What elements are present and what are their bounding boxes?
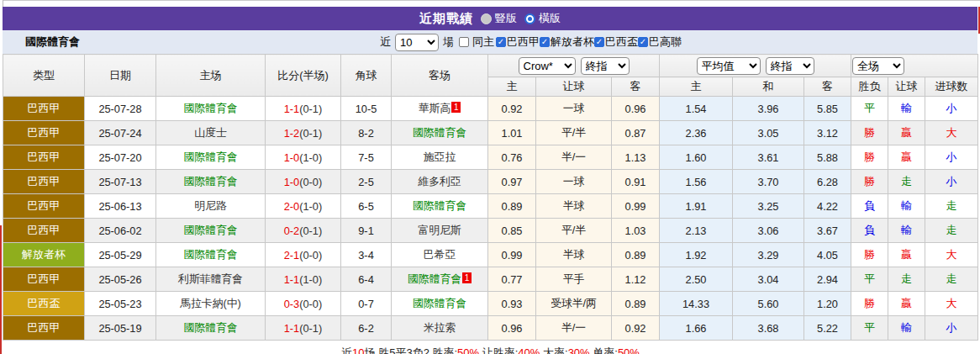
home-team-name[interactable]: 國際體育會 xyxy=(184,248,238,261)
home-team-name[interactable]: 馬拉卡納(中) xyxy=(180,297,241,309)
away-team-cell: 巴希亞 xyxy=(392,243,488,267)
handicap-cell: 一球 xyxy=(536,170,612,194)
result-text: 走 xyxy=(946,224,957,236)
bookmaker-select[interactable]: Crow* xyxy=(519,57,576,75)
avg-away-cell: 3.67 xyxy=(804,219,851,243)
radio-selected-icon[interactable] xyxy=(524,13,535,24)
header-avg-draw: 和 xyxy=(733,77,804,97)
league-type-cell: 巴西甲 xyxy=(3,194,85,219)
away-team-name[interactable]: 維多利亞 xyxy=(418,175,461,188)
home-team-cell: 國際體育會 xyxy=(156,243,266,267)
goals-result-cell: 大 xyxy=(925,292,978,316)
date-cell: 25-05-23 xyxy=(85,292,156,316)
match-row: 解放者杯25-05-29國際體育會2-1(0-0)3-4巴希亞0.99半球0.8… xyxy=(3,243,978,267)
league-label: 巴西甲 xyxy=(507,34,540,50)
result-text: 贏 xyxy=(901,151,912,163)
match-row: 巴西甲25-05-19國際體育會1-1(0-1)6-2米拉索0.96半/一0.9… xyxy=(3,316,978,341)
header-score: 比分(半场) xyxy=(266,55,341,97)
league-label: 巴高聯 xyxy=(649,34,682,50)
result-cell: 勝 xyxy=(851,243,888,267)
odds-away-cell: 0.87 xyxy=(612,121,660,145)
away-team-cell: 國際體育會 xyxy=(392,292,488,316)
league-checkbox[interactable]: ✓ xyxy=(540,37,550,47)
avg-period-select[interactable]: 終指 xyxy=(766,57,814,75)
avg-away-cell: 1.20 xyxy=(804,292,851,316)
away-team-name[interactable]: 富明尼斯 xyxy=(418,224,461,236)
home-team-name[interactable]: 明尼路 xyxy=(194,199,226,212)
layout-radio-vertical[interactable]: 豎版 xyxy=(481,11,517,26)
home-team-name[interactable]: 國際體育會 xyxy=(184,175,238,188)
scope-select[interactable]: 全场 xyxy=(852,57,904,75)
summary-segment: 大率: xyxy=(540,346,567,354)
handicap-cell: 半球 xyxy=(536,243,612,267)
league-filter[interactable]: ✓巴西盃 xyxy=(594,34,638,50)
full-time-score: 1-1 xyxy=(284,103,300,115)
corner-cell: 10-5 xyxy=(341,97,392,121)
handicap-cell: 平手 xyxy=(536,267,612,292)
radio-vertical-label: 豎版 xyxy=(495,11,517,26)
layout-radio-horizontal[interactable]: 橫版 xyxy=(524,11,561,26)
away-team-name[interactable]: 米拉索 xyxy=(424,321,456,334)
away-team-name[interactable]: 國際體育會 xyxy=(413,199,466,212)
handicap-result-cell: 輸 xyxy=(888,219,925,243)
league-checkbox[interactable]: ✓ xyxy=(496,37,506,47)
same-home-filter[interactable]: 同主 xyxy=(459,34,494,50)
away-team-name[interactable]: 國際體育會 xyxy=(413,126,466,139)
away-team-name[interactable]: 國際體育會 xyxy=(413,297,466,309)
odds-away-cell: 0.99 xyxy=(612,194,660,219)
avg-draw-cell: 3.68 xyxy=(733,316,804,341)
corner-cell: 3-4 xyxy=(341,243,392,267)
away-team-name[interactable]: 國際體育會 xyxy=(408,272,461,285)
date-cell: 25-07-13 xyxy=(85,170,156,194)
radio-unselected-icon[interactable] xyxy=(481,13,492,24)
home-team-cell: 國際體育會 xyxy=(156,145,266,170)
odds-period-select[interactable]: 終指 xyxy=(581,57,630,75)
avg-home-cell: 1.91 xyxy=(660,194,733,219)
half-time-score: (1-0) xyxy=(299,151,322,164)
home-team-cell: 明尼路 xyxy=(156,194,266,219)
summary-segment: 40% xyxy=(518,346,540,354)
home-team-cell: 山度士 xyxy=(156,121,266,145)
header-goals-result: 进球数 xyxy=(925,77,978,97)
avg-draw-cell: 3.61 xyxy=(733,145,804,170)
avg-home-cell: 14.33 xyxy=(660,292,733,316)
avg-draw-cell: 3.05 xyxy=(733,121,804,145)
score-cell: 0-3(0-0) xyxy=(266,292,341,316)
result-text: 勝 xyxy=(864,175,875,188)
home-team-name[interactable]: 利斯菲體育會 xyxy=(178,272,243,285)
home-team-name[interactable]: 國際體育會 xyxy=(184,102,238,114)
league-filter[interactable]: ✓解放者杯 xyxy=(540,34,594,50)
avg-home-cell: 2.50 xyxy=(660,267,733,292)
result-cell: 勝 xyxy=(851,145,888,170)
home-team-name[interactable]: 國際體育會 xyxy=(184,224,238,236)
result-text: 小 xyxy=(946,175,957,188)
result-text: 大 xyxy=(946,297,957,309)
match-row: 巴西甲25-07-20國際體育會1-0(1-0)7-5施亞拉0.76半/一1.1… xyxy=(3,145,978,170)
away-team-name[interactable]: 華斯高 xyxy=(419,102,450,114)
header-corner: 角球 xyxy=(341,55,392,97)
avg-home-cell: 1.60 xyxy=(660,145,733,170)
full-time-score: 1-0 xyxy=(284,151,300,164)
home-team-name[interactable]: 國際體育會 xyxy=(184,151,238,163)
league-filter[interactable]: ✓巴高聯 xyxy=(638,34,682,50)
avg-source-select[interactable]: 平均值 xyxy=(697,57,761,75)
match-count-select[interactable]: 10 xyxy=(395,34,439,51)
same-home-checkbox[interactable] xyxy=(459,37,469,47)
date-cell: 25-07-28 xyxy=(85,97,156,121)
home-team-name[interactable]: 國際體育會 xyxy=(184,321,238,334)
league-checkbox[interactable]: ✓ xyxy=(638,37,648,47)
league-filter[interactable]: ✓巴西甲 xyxy=(496,34,540,50)
goals-result-cell: 走 xyxy=(925,194,978,219)
odds-home-cell: 0.96 xyxy=(488,316,536,341)
away-team-name[interactable]: 巴希亞 xyxy=(424,248,456,261)
result-text: 勝 xyxy=(864,248,875,261)
away-team-name[interactable]: 施亞拉 xyxy=(424,151,456,163)
away-team-cell: 維多利亞 xyxy=(392,170,488,194)
home-team-name[interactable]: 山度士 xyxy=(194,126,226,139)
odds-home-cell: 0.97 xyxy=(488,170,536,194)
avg-group-header: 平均值 終指 xyxy=(660,55,851,77)
league-checkbox[interactable]: ✓ xyxy=(594,37,604,47)
avg-away-cell: 6.28 xyxy=(804,170,851,194)
corner-cell: 8-2 xyxy=(341,121,392,145)
result-text: 大 xyxy=(946,126,957,139)
